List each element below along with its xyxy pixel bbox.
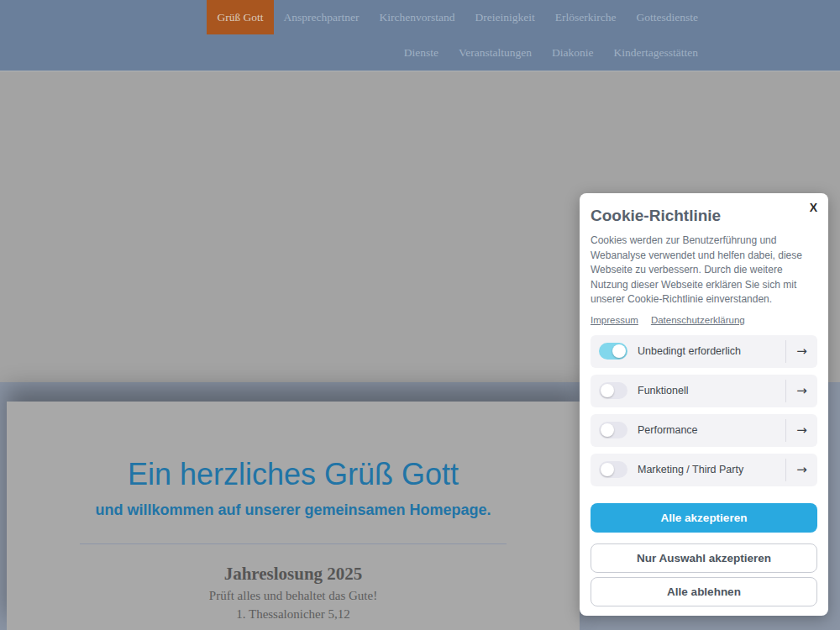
cookie-dialog-title: Cookie-Richtlinie: [591, 207, 817, 225]
close-icon[interactable]: X: [810, 201, 817, 214]
impressum-link[interactable]: Impressum: [591, 315, 638, 325]
nav-item-gruess-gott[interactable]: Grüß Gott: [207, 0, 273, 34]
nav-item-dreieinigkeit[interactable]: Dreieinigkeit: [465, 0, 545, 34]
toggle-marketing[interactable]: [599, 461, 627, 478]
toggle-knob: [601, 384, 614, 397]
reject-all-button[interactable]: Alle ablehnen: [591, 577, 817, 606]
nav-item-ansprechpartner[interactable]: Ansprechpartner: [274, 0, 370, 34]
welcome-subheadline: und willkommen auf unserer gemeinsamen H…: [7, 501, 580, 519]
nav-item-kirchenvorstand[interactable]: Kirchenvorstand: [370, 0, 465, 34]
main-navigation: Grüß Gott Ansprechpartner Kirchenvorstan…: [0, 0, 840, 71]
cookie-category-label: Performance: [638, 424, 698, 436]
arrow-right-icon[interactable]: →: [786, 462, 817, 477]
toggle-knob: [601, 463, 614, 476]
annual-verse-title: Jahreslosung 2025: [7, 563, 580, 585]
datenschutz-link[interactable]: Datenschutzerklärung: [651, 315, 745, 325]
nav-item-kindertagesstaetten[interactable]: Kindertagesstätten: [604, 34, 708, 71]
accept-selection-button[interactable]: Nur Auswahl akzeptieren: [591, 543, 817, 573]
cookie-category-row-functional: Funktionell →: [591, 375, 817, 407]
accept-all-button[interactable]: Alle akzeptieren: [591, 503, 817, 533]
nav-item-veranstaltungen[interactable]: Veranstaltungen: [449, 34, 542, 71]
toggle-functional[interactable]: [599, 382, 627, 399]
toggle-essential[interactable]: [599, 343, 627, 360]
annual-verse-reference: 1. Thessalonicher 5,12: [7, 606, 580, 622]
nav-item-dienste[interactable]: Dienste: [394, 34, 449, 71]
cookie-category-row-performance: Performance →: [591, 414, 817, 447]
cookie-consent-dialog: X Cookie-Richtlinie Cookies werden zur B…: [580, 193, 828, 616]
cookie-dialog-links: Impressum Datenschutzerklärung: [591, 315, 817, 325]
welcome-headline: Ein herzliches Grüß Gott: [7, 457, 580, 491]
nav-item-erloeserkirche[interactable]: Erlöserkirche: [545, 0, 627, 34]
arrow-right-icon[interactable]: →: [786, 344, 817, 359]
nav-row-secondary: Dienste Veranstaltungen Diakonie Kindert…: [394, 34, 708, 71]
cookie-category-label: Unbedingt erforderlich: [638, 345, 741, 357]
cookie-category-list: Unbedingt erforderlich → Funktionell → P…: [591, 335, 817, 486]
cookie-category-label: Marketing / Third Party: [638, 464, 743, 475]
cookie-dialog-description: Cookies werden zur Benutzerführung und W…: [591, 234, 817, 307]
cookie-category-row-essential: Unbedingt erforderlich →: [591, 335, 817, 368]
section-divider: [80, 543, 507, 544]
nav-item-diakonie[interactable]: Diakonie: [542, 34, 604, 71]
welcome-card: Ein herzliches Grüß Gott und willkommen …: [7, 402, 580, 630]
arrow-right-icon[interactable]: →: [786, 383, 817, 398]
arrow-right-icon[interactable]: →: [786, 423, 817, 438]
toggle-performance[interactable]: [599, 422, 627, 438]
nav-row-primary: Grüß Gott Ansprechpartner Kirchenvorstan…: [207, 0, 708, 34]
toggle-knob: [601, 423, 614, 437]
nav-item-gottesdienste[interactable]: Gottesdienste: [627, 0, 709, 34]
cookie-category-label: Funktionell: [638, 385, 688, 396]
cookie-category-row-marketing: Marketing / Third Party →: [591, 454, 817, 486]
toggle-knob: [612, 344, 626, 358]
annual-verse-text: Prüft alles und behaltet das Gute!: [7, 588, 580, 603]
